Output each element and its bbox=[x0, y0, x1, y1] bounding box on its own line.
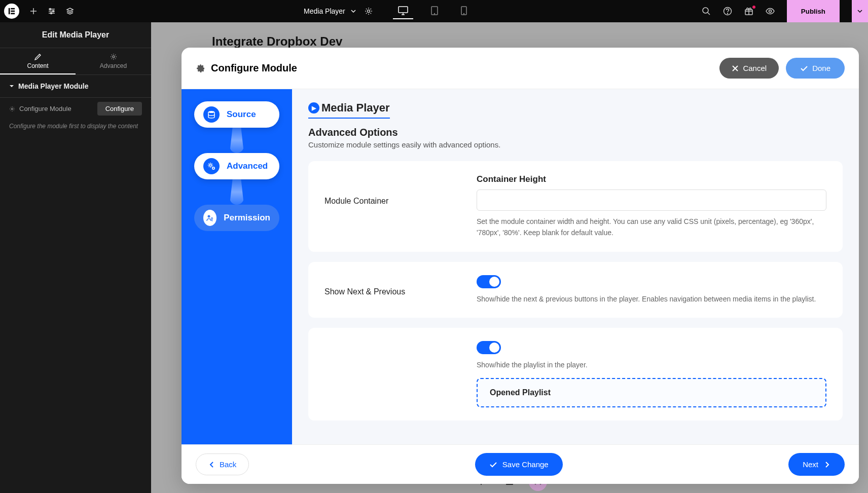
settings-panel-icon[interactable] bbox=[48, 7, 56, 15]
setting-container: Module Container Container Height Set th… bbox=[308, 161, 843, 252]
sidebar-title: Edit Media Player bbox=[0, 22, 151, 48]
wizard-content: ▶ Media Player Advanced Options Customiz… bbox=[292, 89, 859, 444]
done-button[interactable]: Done bbox=[786, 58, 845, 79]
wizard-step-source[interactable]: Source bbox=[194, 101, 279, 128]
svg-point-17 bbox=[769, 10, 771, 13]
gear-icon bbox=[196, 63, 206, 73]
svg-rect-1 bbox=[11, 8, 15, 10]
container-height-help: Set the module container width and heigh… bbox=[477, 216, 826, 239]
svg-rect-8 bbox=[399, 7, 408, 13]
back-button[interactable]: Back bbox=[196, 453, 249, 475]
svg-point-12 bbox=[463, 14, 464, 14]
configure-module-label: Configure Module bbox=[9, 105, 71, 112]
save-change-button[interactable]: Save Change bbox=[475, 453, 563, 476]
svg-rect-2 bbox=[11, 11, 15, 12]
modal-title: Configure Module bbox=[196, 62, 297, 74]
help-icon[interactable] bbox=[723, 7, 732, 16]
nextprev-help: Show/hide the next & previous buttons in… bbox=[477, 293, 826, 305]
module-hint: Configure the module first to display th… bbox=[0, 120, 151, 133]
container-height-input[interactable] bbox=[477, 189, 826, 211]
page-heading: Integrate Dropbox Dev bbox=[212, 34, 342, 49]
publish-dropdown[interactable] bbox=[852, 0, 868, 22]
setting-label-playlist bbox=[324, 341, 456, 407]
opened-playlist-box: Opened Playlist bbox=[477, 378, 826, 407]
play-icon: ▶ bbox=[308, 102, 319, 113]
chevron-down-icon bbox=[350, 8, 356, 14]
setting-playlist: Show/hide the playlist in the player. Op… bbox=[308, 328, 843, 420]
tab-advanced[interactable]: Advanced bbox=[76, 48, 151, 74]
connector bbox=[230, 128, 244, 153]
editor-sidebar: Edit Media Player Content Advanced Media… bbox=[0, 22, 151, 493]
check-icon bbox=[489, 461, 497, 469]
svg-point-7 bbox=[367, 10, 370, 13]
svg-point-6 bbox=[51, 13, 52, 14]
canvas-area: Integrate Dropbox Dev Configure Module C… bbox=[151, 22, 868, 493]
next-button[interactable]: Next bbox=[788, 453, 845, 476]
wizard-subtitle: Advanced Options bbox=[308, 127, 843, 138]
page-settings-icon[interactable] bbox=[365, 7, 373, 15]
container-height-heading: Container Height bbox=[477, 174, 826, 184]
module-section-header[interactable]: Media Player Module bbox=[0, 75, 151, 98]
wizard-description: Customize module settings easily with ad… bbox=[308, 140, 843, 149]
svg-point-20 bbox=[208, 111, 214, 113]
cancel-button[interactable]: Cancel bbox=[719, 58, 779, 79]
svg-point-18 bbox=[113, 56, 115, 58]
database-icon bbox=[203, 106, 220, 123]
svg-point-15 bbox=[727, 13, 728, 14]
gear-small-icon bbox=[9, 106, 15, 112]
svg-point-5 bbox=[53, 11, 54, 12]
svg-rect-0 bbox=[9, 8, 10, 14]
tab-content[interactable]: Content bbox=[0, 48, 76, 74]
playlist-help: Show/hide the playlist in the player. bbox=[477, 359, 826, 370]
nextprev-toggle[interactable] bbox=[477, 275, 501, 288]
svg-point-13 bbox=[703, 8, 708, 13]
tablet-device-icon[interactable] bbox=[425, 3, 444, 19]
playlist-toggle[interactable] bbox=[477, 341, 501, 354]
wizard-nav: Source Advanced Permission bbox=[182, 89, 292, 444]
close-icon bbox=[732, 65, 739, 72]
publish-button[interactable]: Publish bbox=[787, 0, 840, 22]
setting-label-container: Module Container bbox=[324, 174, 456, 239]
connector bbox=[230, 179, 244, 205]
configure-module-modal: Configure Module Cancel Done bbox=[182, 48, 859, 484]
gear-icon bbox=[110, 53, 117, 60]
search-icon[interactable] bbox=[702, 7, 711, 16]
opened-playlist-title: Opened Playlist bbox=[490, 388, 813, 397]
wizard-step-permission[interactable]: Permission bbox=[194, 205, 279, 231]
check-icon bbox=[800, 64, 808, 72]
app-topbar: Media Player Publish bbox=[0, 0, 868, 22]
gear-plus-icon bbox=[203, 158, 220, 174]
svg-point-10 bbox=[434, 14, 435, 14]
user-key-icon bbox=[203, 210, 216, 226]
setting-nextprev: Show Next & Previous Show/hide the next … bbox=[308, 262, 843, 318]
wizard-title: ▶ Media Player bbox=[308, 101, 390, 119]
svg-point-23 bbox=[208, 215, 210, 218]
svg-point-24 bbox=[211, 218, 213, 219]
setting-label-nextprev: Show Next & Previous bbox=[324, 275, 456, 305]
preview-icon[interactable] bbox=[766, 7, 775, 16]
svg-point-21 bbox=[209, 164, 211, 166]
layers-icon[interactable] bbox=[66, 7, 74, 15]
add-icon[interactable] bbox=[29, 7, 38, 15]
wizard-step-advanced[interactable]: Advanced bbox=[194, 153, 279, 179]
svg-point-19 bbox=[11, 108, 13, 110]
page-selector[interactable]: Media Player bbox=[304, 7, 356, 15]
gift-icon[interactable] bbox=[744, 7, 753, 16]
caret-down-icon bbox=[9, 84, 14, 89]
configure-button[interactable]: Configure bbox=[97, 102, 142, 116]
svg-point-4 bbox=[50, 9, 51, 10]
chevron-right-icon bbox=[823, 461, 830, 468]
page-name: Media Player bbox=[304, 7, 345, 15]
svg-rect-3 bbox=[11, 13, 15, 15]
pencil-icon bbox=[34, 53, 42, 60]
chevron-left-icon bbox=[208, 461, 215, 468]
elementor-logo[interactable] bbox=[4, 4, 19, 19]
mobile-device-icon[interactable] bbox=[456, 3, 472, 19]
desktop-device-icon[interactable] bbox=[393, 3, 413, 19]
